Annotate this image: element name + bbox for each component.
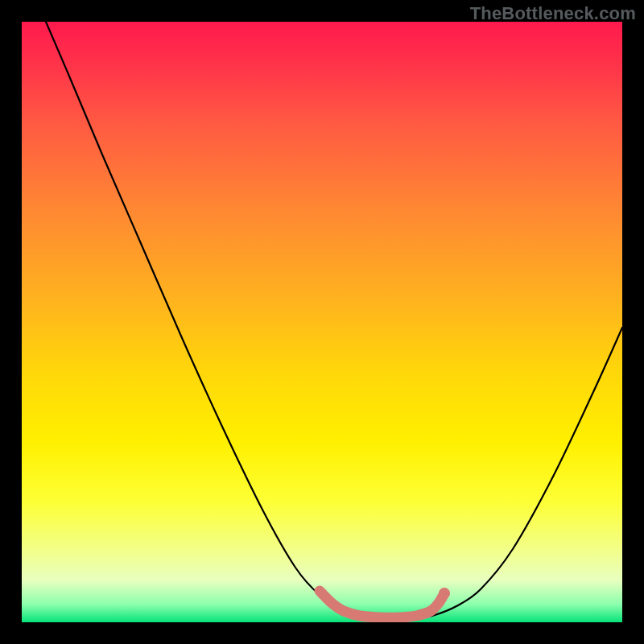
plot-frame: [22, 22, 622, 622]
watermark-text: TheBottleneck.com: [470, 3, 636, 24]
bottleneck-curve: [46, 22, 622, 619]
valley-marker: [320, 591, 444, 617]
valley-end-dot: [439, 588, 450, 599]
chart-svg: [22, 22, 622, 622]
